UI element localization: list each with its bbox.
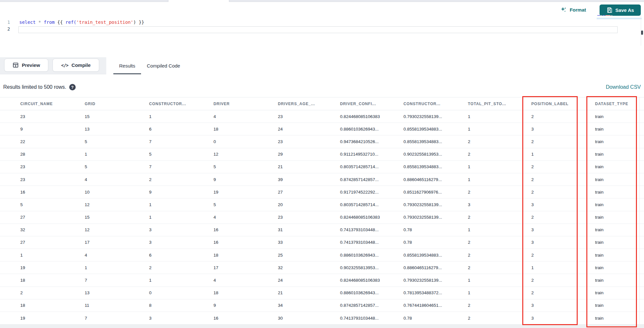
table-cell: 3: [129, 312, 193, 324]
table-cell: 21: [258, 160, 322, 173]
column-header: CONSTRUCTOR...: [129, 97, 193, 110]
table-cell: 29: [258, 148, 322, 160]
table-right-divider: [639, 97, 639, 324]
table-cell: 27: [258, 186, 322, 198]
table-cell: 0.7413793103448...: [322, 312, 386, 324]
table-cell: 10: [64, 186, 129, 198]
table-cell: 28: [0, 148, 64, 160]
table-cell: 5: [193, 160, 258, 173]
table-cell: 19: [0, 261, 64, 274]
sql-editor[interactable]: 1 2 select * from {{ ref('train_test_pos…: [0, 2, 644, 57]
table-cell: 30: [258, 312, 322, 324]
table-cell: 0.78: [386, 236, 451, 249]
table-cell: 12: [193, 148, 258, 160]
table-cell: 31: [258, 223, 322, 236]
table-cell: 17: [193, 261, 258, 274]
table-cell: 1: [129, 110, 193, 123]
table-cell: 7: [129, 135, 193, 148]
table-cell: 27: [0, 211, 64, 223]
table-cell: 18: [0, 299, 64, 312]
table-cell: 23: [0, 173, 64, 186]
format-button[interactable]: Format: [560, 5, 586, 14]
preview-label: Preview: [22, 62, 40, 68]
table-cell: 15: [64, 110, 129, 123]
table-cell: 0.8511627906976...: [386, 186, 451, 198]
table-cell: 3: [451, 198, 515, 211]
table-cell: 7: [64, 312, 129, 324]
table-cell: 18: [0, 274, 64, 287]
table-cell: 5: [64, 160, 129, 173]
table-cell: 5: [0, 198, 64, 211]
table-cell: 0.8558139534883...: [386, 123, 451, 135]
table-cell: 23: [0, 110, 64, 123]
column-header: CONSTRUCTOR...: [386, 97, 451, 110]
download-csv-link[interactable]: Download CSV: [606, 84, 641, 90]
column-header: DRIVER: [193, 97, 258, 110]
table-cell: 19: [193, 186, 258, 198]
table-cell: 0.7813953488372...: [386, 287, 451, 299]
annotation-box-position-label: [522, 96, 578, 325]
compile-label: Compile: [71, 62, 90, 68]
code-line-1[interactable]: select * from {{ ref('train_test_positio…: [19, 20, 144, 26]
help-icon[interactable]: ?: [69, 84, 76, 90]
table-cell: 0.9112149532710...: [322, 148, 386, 160]
preview-button[interactable]: Preview: [4, 59, 48, 72]
table-cell: 21: [258, 287, 322, 299]
column-header: GRID: [64, 97, 129, 110]
tab-results[interactable]: Results: [113, 57, 141, 74]
save-as-label: Save As: [615, 7, 634, 13]
table-cell: 0.824468085106383: [322, 110, 386, 123]
table-cell: 9: [193, 173, 258, 186]
file-tab-strip: [0, 0, 644, 2]
table-cell: 1: [64, 148, 129, 160]
table-cell: 7: [64, 274, 129, 287]
compile-button[interactable]: </> Compile: [52, 59, 99, 72]
table-cell: 9: [0, 123, 64, 135]
table-cell: 12: [64, 223, 129, 236]
line-number-2: 2: [3, 26, 14, 32]
table-cell: 15: [64, 211, 129, 223]
table-cell: 18: [193, 123, 258, 135]
table-cell: 2: [451, 299, 515, 312]
table-cell: 0.7930232558139...: [386, 274, 451, 287]
table-cell: 39: [258, 173, 322, 186]
table-cell: 32: [0, 223, 64, 236]
tab-compiled-code[interactable]: Compiled Code: [141, 57, 186, 74]
table-cell: 0.8860103626943...: [322, 287, 386, 299]
editor-minimap[interactable]: [597, 15, 617, 16]
active-file-tab[interactable]: [168, 0, 229, 2]
table-cell: 4: [193, 211, 258, 223]
table-cell: 33: [258, 236, 322, 249]
table-cell: 18: [193, 287, 258, 299]
table-cell: 2: [451, 249, 515, 261]
minimap-viewport[interactable]: [597, 18, 642, 19]
table-cell: 4: [193, 110, 258, 123]
table-cell: 17: [64, 236, 129, 249]
table-cell: 2: [0, 287, 64, 299]
table-cell: 23: [0, 160, 64, 173]
table-cell: 24: [258, 123, 322, 135]
active-line-highlight: [18, 26, 618, 33]
annotation-box-dataset-type: [586, 96, 637, 327]
table-cell: 24: [258, 274, 322, 287]
table-cell: 3: [129, 223, 193, 236]
table-cell: 0.8742857142857...: [322, 173, 386, 186]
table-cell: 0.8860103626943...: [322, 249, 386, 261]
table-cell: 1: [64, 261, 129, 274]
table-cell: 1: [129, 198, 193, 211]
table-cell: 1: [0, 249, 64, 261]
table-cell: 3: [129, 236, 193, 249]
table-cell: 0.8035714285714...: [322, 198, 386, 211]
table-cell: 0.78: [386, 312, 451, 324]
column-header: DRIVERS_AGE_...: [258, 97, 322, 110]
table-cell: 16: [193, 236, 258, 249]
table-cell: 13: [64, 123, 129, 135]
editor-scrollbar-thumb[interactable]: [641, 31, 643, 35]
table-cell: 16: [0, 186, 64, 198]
save-as-button[interactable]: Save As: [600, 5, 641, 16]
table-cell: 0: [193, 135, 258, 148]
table-cell: 0.7930232558139...: [386, 110, 451, 123]
table-cell: 1: [451, 110, 515, 123]
table-cell: 1: [451, 223, 515, 236]
table-cell: 1: [451, 274, 515, 287]
